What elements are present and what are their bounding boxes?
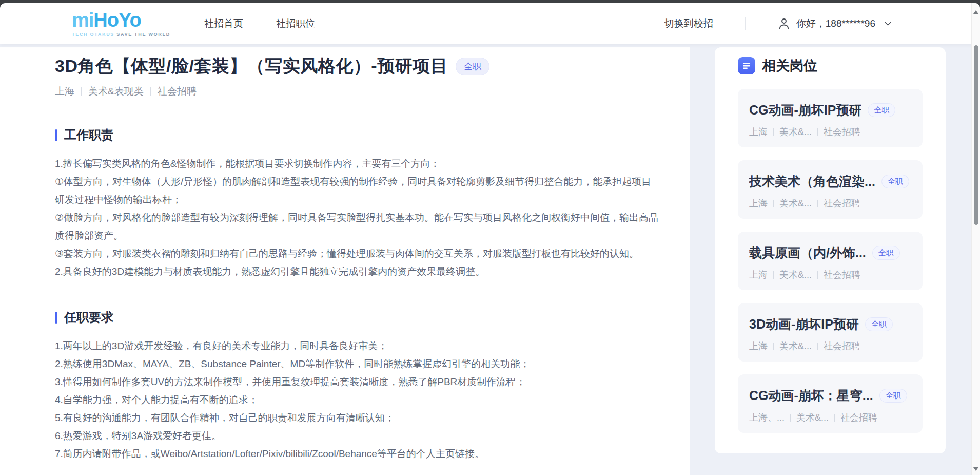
logo-text: miHoYo xyxy=(72,10,170,30)
switch-to-campus-link[interactable]: 切换到校招 xyxy=(664,17,713,30)
related-job-meta: 上海、...美术&...社会招聘 xyxy=(749,411,911,424)
mihoyo-logo[interactable]: miHoYo TECH OTAKUS SAVE THE WORLD xyxy=(72,10,170,37)
job-description-paragraph: 4.自学能力强，对个人能力提高有不断的追求； xyxy=(55,391,660,409)
meta-item: 美术&... xyxy=(779,197,812,210)
meta-separator xyxy=(773,200,774,207)
chevron-down-icon xyxy=(883,18,893,28)
section-heading: 任职要求 xyxy=(55,309,660,326)
related-job-title: 载具原画（内/外饰... xyxy=(749,244,866,261)
scroll-up-arrow[interactable] xyxy=(973,10,978,14)
meta-item: 社会招聘 xyxy=(824,340,860,352)
meta-item: 上海、... xyxy=(749,411,785,424)
job-sections: 工作职责 1.擅长偏写实类风格的角色&怪物制作，能根据项目要求切换制作内容，主要… xyxy=(55,127,660,463)
meta-item: 美术&... xyxy=(796,411,829,424)
job-description-paragraph: 1.两年以上的3D游戏开发经验，有良好的美术专业能力，同时具备良好审美； xyxy=(55,337,660,355)
nav-item-0[interactable]: 社招首页 xyxy=(204,3,243,44)
meta-item: 社会招聘 xyxy=(824,126,860,138)
meta-separator xyxy=(817,343,818,350)
job-title-row: 3D角色【体型/脸/套装】（写实风格化）-预研项目 全职 xyxy=(55,54,660,78)
header-divider xyxy=(745,17,746,30)
related-job-badge: 全职 xyxy=(879,389,907,403)
job-description-paragraph: ③套装方向，对服装类衣褶的雕刻和归纳有自己的思路与经验；懂得处理服装与肉体间的交… xyxy=(55,244,660,262)
related-job-meta: 上海美术&...社会招聘 xyxy=(749,269,911,281)
meta-separator xyxy=(817,271,818,279)
related-job-title: 3D动画-崩坏IP预研 xyxy=(749,316,859,333)
card-title-row: CG动画-崩坏IP预研 全职 xyxy=(749,102,911,119)
meta-separator xyxy=(817,128,818,136)
meta-item: 社会招聘 xyxy=(158,85,197,98)
page: miHoYo TECH OTAKUS SAVE THE WORLD 社招首页社招… xyxy=(0,3,980,475)
nav-item-1[interactable]: 社招职位 xyxy=(276,3,315,44)
related-job-meta: 上海美术&...社会招聘 xyxy=(749,197,911,210)
meta-item: 美术&表现类 xyxy=(88,85,144,98)
employment-type-badge: 全职 xyxy=(456,58,489,75)
related-job-card[interactable]: CG动画-崩坏：星穹... 全职 上海、...美术&...社会招聘 xyxy=(738,374,923,433)
meta-item: 上海 xyxy=(749,340,768,352)
meta-item: 上海 xyxy=(749,269,768,281)
related-job-badge: 全职 xyxy=(881,175,909,188)
job-meta-row: 上海美术&表现类社会招聘 xyxy=(55,85,660,98)
related-jobs-heading: 相关岗位 xyxy=(738,56,923,75)
job-description-paragraph: 3.懂得用如何制作多套UV的方法来制作模型，并使用重复纹理提高套装清晰度，熟悉了… xyxy=(55,373,660,391)
meta-item: 社会招聘 xyxy=(824,197,860,210)
related-job-title: 技术美术（角色渲染... xyxy=(749,173,875,190)
job-detail-panel: 3D角色【体型/脸/套装】（写实风格化）-预研项目 全职 上海美术&表现类社会招… xyxy=(0,47,690,475)
meta-separator xyxy=(150,87,151,96)
job-description-paragraph: 2.具备良好的3D建模能力与材质表现能力，熟悉虚幻引擎且能独立完成引擎内的资产效… xyxy=(55,262,660,280)
card-title-row: 3D动画-崩坏IP预研 全职 xyxy=(749,316,911,333)
section-paragraphs: 1.两年以上的3D游戏开发经验，有良好的美术专业能力，同时具备良好审美；2.熟练… xyxy=(55,337,660,463)
job-description-paragraph: 1.擅长偏写实类风格的角色&怪物制作，能根据项目要求切换制作内容，主要有三个方向… xyxy=(55,155,660,173)
related-job-card[interactable]: 技术美术（角色渲染... 全职 上海美术&...社会招聘 xyxy=(738,160,923,219)
scrollbar-thumb[interactable] xyxy=(974,45,978,225)
related-jobs-panel: 相关岗位 CG动画-崩坏IP预研 全职 上海美术&...社会招聘 技术美术（角色… xyxy=(715,47,946,453)
meta-separator xyxy=(790,414,791,422)
header-nav: 社招首页社招职位 xyxy=(204,3,315,44)
section-accent-bar xyxy=(55,312,57,324)
related-job-meta: 上海美术&...社会招聘 xyxy=(749,126,911,138)
meta-item: 上海 xyxy=(749,126,768,138)
job-description-paragraph: 6.热爱游戏，特别3A游戏爱好者更佳。 xyxy=(55,427,660,445)
page-scrollbar[interactable] xyxy=(971,3,980,475)
related-job-card[interactable]: CG动画-崩坏IP预研 全职 上海美术&...社会招聘 xyxy=(738,89,923,147)
meta-separator xyxy=(817,200,818,207)
section-accent-bar xyxy=(55,129,57,141)
meta-item: 上海 xyxy=(749,197,768,210)
meta-item: 社会招聘 xyxy=(840,411,877,424)
card-title-row: 技术美术（角色渲染... 全职 xyxy=(749,173,911,190)
job-section: 任职要求 1.两年以上的3D游戏开发经验，有良好的美术专业能力，同时具备良好审美… xyxy=(55,309,660,463)
meta-separator xyxy=(773,128,774,136)
meta-item: 美术&... xyxy=(779,340,812,352)
related-job-title: CG动画-崩坏：星穹... xyxy=(749,387,873,404)
document-list-icon xyxy=(738,57,755,74)
user-icon xyxy=(777,17,791,30)
header: miHoYo TECH OTAKUS SAVE THE WORLD 社招首页社招… xyxy=(0,3,980,44)
user-greeting: 你好，188******96 xyxy=(796,17,875,30)
job-description-paragraph: ②做脸方向，对风格化的脸部造型有较为深刻得理解，同时具备写实脸型得扎实基本功。能… xyxy=(55,208,660,244)
page-title: 3D角色【体型/脸/套装】（写实风格化）-预研项目 xyxy=(55,54,448,78)
meta-separator xyxy=(773,343,774,350)
job-description-paragraph: 2.熟练使用3DMax、MAYA、ZB、Substance Painter、MD… xyxy=(55,355,660,373)
related-job-badge: 全职 xyxy=(872,246,900,260)
job-description-paragraph: 5.有良好的沟通能力，有团队合作精神，对自己的职责和发展方向有清晰认知； xyxy=(55,409,660,427)
meta-separator xyxy=(773,271,774,279)
job-description-paragraph: ①体型方向，对生物体（人形/异形怪）的肌肉解剖和造型表现有较强的制作经验，同时具… xyxy=(55,173,660,208)
meta-item: 美术&... xyxy=(779,269,812,281)
related-job-badge: 全职 xyxy=(865,317,893,331)
meta-item: 上海 xyxy=(55,85,74,98)
related-job-card[interactable]: 3D动画-崩坏IP预研 全职 上海美术&...社会招聘 xyxy=(738,303,923,362)
section-paragraphs: 1.擅长偏写实类风格的角色&怪物制作，能根据项目要求切换制作内容，主要有三个方向… xyxy=(55,155,660,280)
header-right: 切换到校招 你好，188******96 xyxy=(664,17,980,30)
meta-separator xyxy=(834,414,835,422)
job-description-paragraph: 7.简历内请附带作品，或Weibo/Artstation/Lofter/Pixi… xyxy=(55,445,660,463)
user-menu[interactable]: 你好，188******96 xyxy=(777,17,893,30)
section-heading: 工作职责 xyxy=(55,127,660,143)
related-jobs-list: CG动画-崩坏IP预研 全职 上海美术&...社会招聘 技术美术（角色渲染...… xyxy=(738,89,923,433)
related-job-title: CG动画-崩坏IP预研 xyxy=(749,102,861,119)
logo-tagline: TECH OTAKUS SAVE THE WORLD xyxy=(72,32,170,37)
related-job-card[interactable]: 载具原画（内/外饰... 全职 上海美术&...社会招聘 xyxy=(738,232,923,290)
scroll-down-arrow[interactable] xyxy=(973,467,978,471)
meta-item: 美术&... xyxy=(779,126,812,138)
related-jobs-title: 相关岗位 xyxy=(762,56,817,75)
meta-separator xyxy=(81,87,82,96)
card-title-row: 载具原画（内/外饰... 全职 xyxy=(749,244,911,261)
